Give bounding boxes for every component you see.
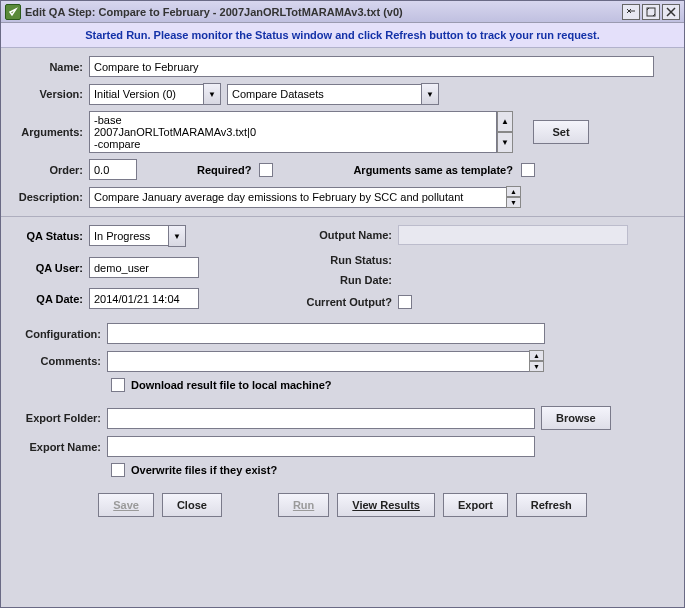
download-label: Download result file to local machine? [131,379,331,391]
arguments-label: Arguments: [11,126,89,138]
qa-date-input[interactable] [89,288,199,309]
run-status-label: Run Status: [273,254,398,266]
run-date-label: Run Date: [273,274,398,286]
description-input[interactable] [89,187,507,208]
output-name-label: Output Name: [273,229,398,241]
qa-status-dropdown-icon[interactable]: ▼ [168,225,186,247]
qa-status-label: QA Status: [11,230,89,242]
status-banner: Started Run. Please monitor the Status w… [1,23,684,48]
current-output-label: Current Output? [273,296,398,308]
current-output-checkbox[interactable] [398,295,412,309]
order-input[interactable] [89,159,137,180]
app-icon [5,4,21,20]
qa-user-input[interactable] [89,257,199,278]
program-field[interactable] [227,84,422,105]
qa-status-field[interactable] [89,225,169,246]
version-dropdown-icon[interactable]: ▼ [203,83,221,105]
divider [1,216,684,217]
minimize-icon[interactable] [622,4,640,20]
arguments-scroll-up-icon[interactable]: ▲ [497,111,513,132]
comments-scroll-up-icon[interactable]: ▲ [529,350,544,361]
titlebar: Edit QA Step: Compare to February - 2007… [1,1,684,23]
download-checkbox[interactable] [111,378,125,392]
form-content: Name: Version: ▼ ▼ Arguments: -base 2007… [1,48,684,607]
program-dropdown-icon[interactable]: ▼ [421,83,439,105]
svg-marker-0 [10,9,16,15]
export-button[interactable]: Export [443,493,508,517]
overwrite-checkbox[interactable] [111,463,125,477]
qa-date-label: QA Date: [11,293,89,305]
arguments-scroll-down-icon[interactable]: ▼ [497,132,513,153]
edit-qa-step-window: Edit QA Step: Compare to February - 2007… [0,0,685,608]
view-results-button[interactable]: View Results [337,493,435,517]
button-bar: Save Close Run View Results Export Refre… [11,483,674,527]
name-input[interactable] [89,56,654,77]
configuration-input[interactable] [107,323,545,344]
required-label: Required? [197,164,251,176]
refresh-button[interactable]: Refresh [516,493,587,517]
description-scroll-up-icon[interactable]: ▲ [506,186,521,197]
order-label: Order: [11,164,89,176]
window-title: Edit QA Step: Compare to February - 2007… [25,6,403,18]
export-name-label: Export Name: [11,441,107,453]
close-icon[interactable] [662,4,680,20]
version-label: Version: [11,88,89,100]
args-same-checkbox[interactable] [521,163,535,177]
args-same-label: Arguments same as template? [353,164,513,176]
run-button[interactable]: Run [278,493,329,517]
export-folder-input[interactable] [107,408,535,429]
description-label: Description: [11,191,89,203]
description-scroll-down-icon[interactable]: ▼ [506,197,521,208]
set-button[interactable]: Set [533,120,589,144]
qa-user-label: QA User: [11,262,89,274]
output-name-field [398,225,628,245]
export-folder-label: Export Folder: [11,412,107,424]
close-button[interactable]: Close [162,493,222,517]
overwrite-label: Overwrite files if they exist? [131,464,277,476]
export-name-input[interactable] [107,436,535,457]
maximize-icon[interactable] [642,4,660,20]
comments-label: Comments: [11,355,107,367]
save-button[interactable]: Save [98,493,154,517]
browse-button[interactable]: Browse [541,406,611,430]
required-checkbox[interactable] [259,163,273,177]
comments-scroll-down-icon[interactable]: ▼ [529,361,544,372]
configuration-label: Configuration: [11,328,107,340]
name-label: Name: [11,61,89,73]
arguments-textarea[interactable]: -base 2007JanORLTotMARAMAv3.txt|0 -compa… [89,111,497,153]
comments-input[interactable] [107,351,530,372]
version-field[interactable] [89,84,204,105]
